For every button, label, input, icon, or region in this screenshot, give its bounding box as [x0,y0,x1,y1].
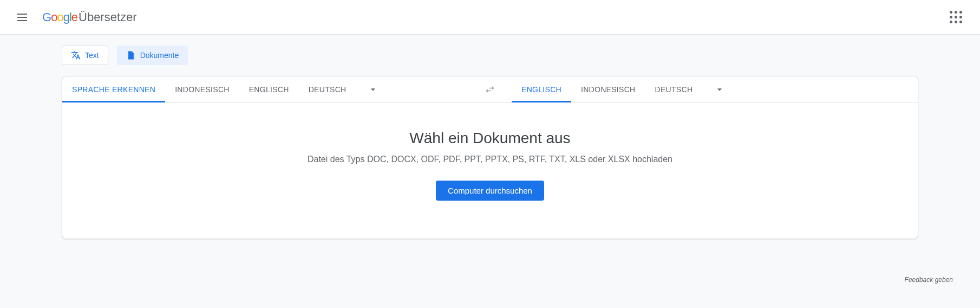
source-lang-1[interactable]: INDONESISCH [165,76,239,102]
header-left: Google Übersetzer [11,4,137,30]
hamburger-menu-icon[interactable] [11,4,37,30]
tab-documents[interactable]: Dokumente [117,46,188,65]
document-icon [126,50,136,60]
target-lang-1[interactable]: ENGLISCH [512,76,571,102]
top-header: Google Übersetzer [0,0,980,35]
source-lang-detect[interactable]: SPRACHE ERKENNEN [62,76,165,102]
google-apps-icon[interactable] [943,4,969,30]
mode-tabs: Text Dokumente [62,46,918,65]
google-wordmark: Google [42,10,77,24]
feedback-link[interactable]: Feedback geben [905,276,953,284]
swap-languages-icon[interactable] [479,79,501,100]
target-lang-3[interactable]: DEUTSCH [645,76,703,102]
source-lang-3[interactable]: DEUTSCH [299,76,356,102]
translate-icon [71,50,81,60]
google-translate-logo[interactable]: Google Übersetzer [42,10,137,24]
target-language-group: ENGLISCH INDONESISCH DEUTSCH [512,76,918,102]
main-content: Text Dokumente SPRACHE ERKENNEN INDONESI… [0,35,980,308]
tab-text[interactable]: Text [62,46,108,65]
source-lang-2[interactable]: ENGLISCH [239,76,299,102]
target-lang-2[interactable]: INDONESISCH [571,76,645,102]
target-lang-more-icon[interactable] [713,83,726,96]
translate-card: SPRACHE ERKENNEN INDONESISCH ENGLISCH DE… [62,76,918,239]
browse-computer-button[interactable]: Computer durchsuchen [436,181,544,201]
tab-text-label: Text [85,51,99,60]
language-bar: SPRACHE ERKENNEN INDONESISCH ENGLISCH DE… [62,76,918,102]
source-language-group: SPRACHE ERKENNEN INDONESISCH ENGLISCH DE… [62,76,468,102]
upload-title: Wähl ein Dokument aus [73,130,907,147]
tab-documents-label: Dokumente [140,51,179,60]
source-lang-more-icon[interactable] [367,83,380,96]
upload-area: Wähl ein Dokument aus Datei des Typs DOC… [62,102,918,239]
app-name-label: Übersetzer [79,10,137,24]
upload-subtitle: Datei des Typs DOC, DOCX, ODF, PDF, PPT,… [73,155,907,164]
